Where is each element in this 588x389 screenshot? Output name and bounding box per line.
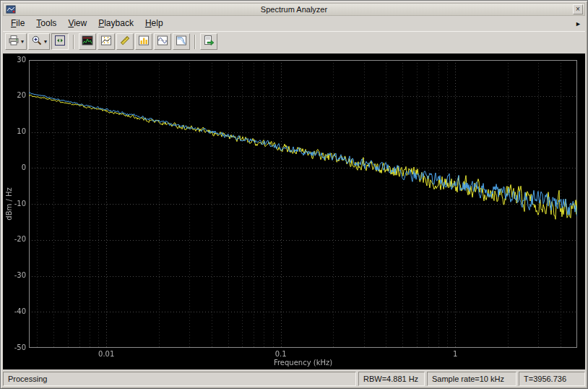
window-title: Spectrum Analyzer	[261, 5, 327, 14]
distortion-button[interactable]	[154, 33, 171, 50]
toolbar-separator	[194, 35, 196, 49]
status-rbw: RBW=4.881 Hz	[358, 372, 425, 386]
menu-overflow-icon[interactable]: ►	[575, 20, 583, 27]
export-button[interactable]	[200, 33, 217, 50]
ruler-button[interactable]	[116, 33, 134, 50]
spectrum-plot[interactable]	[3, 54, 585, 369]
menu-view[interactable]: View	[62, 17, 92, 30]
toolbar-separator	[73, 35, 74, 49]
print-button[interactable]: ▾	[5, 33, 27, 50]
ruler-icon	[119, 35, 131, 49]
menu-help[interactable]: Help	[139, 17, 169, 30]
fit-to-view-button[interactable]	[51, 33, 69, 50]
peak-finder-icon	[138, 35, 150, 49]
ccdf-icon	[176, 35, 187, 49]
zoom-icon	[31, 35, 43, 49]
peak-finder-button[interactable]	[135, 33, 152, 50]
status-sample-rate: Sample rate=10 kHz	[427, 372, 516, 386]
data-cursors-button[interactable]	[98, 33, 115, 50]
menu-file[interactable]: File	[5, 17, 30, 30]
menu-tools[interactable]: Tools	[30, 17, 62, 30]
dropdown-arrow-icon[interactable]: ▾	[44, 39, 47, 45]
export-icon	[203, 35, 215, 49]
close-button[interactable]: ×	[573, 4, 583, 14]
spectrum-settings-icon	[82, 35, 93, 49]
data-cursors-icon	[100, 35, 112, 49]
menu-playback[interactable]: Playback	[92, 17, 139, 30]
app-icon	[6, 4, 16, 14]
status-time: T=3956.736	[519, 372, 585, 386]
spectrum-analyzer-window: Spectrum Analyzer × File Tools View Play…	[0, 0, 588, 389]
menubar: File Tools View Playback Help ►	[3, 16, 585, 31]
toolbar: ▾ ▾	[3, 31, 585, 51]
print-icon	[8, 35, 20, 49]
plot-area	[3, 54, 585, 369]
ccdf-button[interactable]	[173, 33, 190, 50]
distortion-icon	[157, 35, 168, 49]
dropdown-arrow-icon[interactable]: ▾	[21, 39, 24, 45]
titlebar[interactable]: Spectrum Analyzer ×	[3, 3, 585, 16]
zoom-button[interactable]: ▾	[28, 33, 50, 50]
statusbar: Processing RBW=4.881 Hz Sample rate=10 k…	[3, 372, 585, 386]
spectrum-settings-button[interactable]	[79, 33, 96, 50]
fit-to-view-icon	[54, 35, 66, 49]
status-processing: Processing	[3, 372, 356, 386]
